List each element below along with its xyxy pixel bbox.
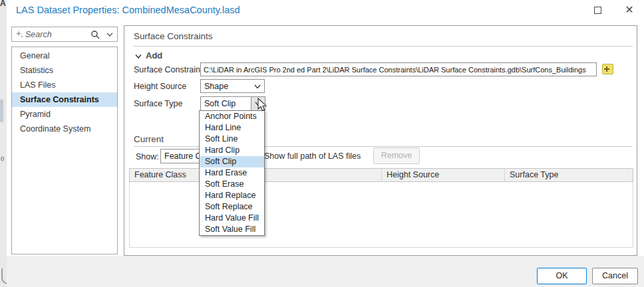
dropdown-option-soft-line[interactable]: Soft Line [200,134,264,145]
ok-button[interactable]: OK [537,268,587,284]
surface-type-dropdown-list: Anchor Points Hard Line Soft Line Hard C… [199,110,265,236]
background-app-sliver: A 0 [0,0,7,287]
sidebar-item-general[interactable]: General [12,48,117,63]
page-title: Surface Constraints [134,31,213,41]
current-section-label: Current [134,134,164,144]
dropdown-option-anchor-points[interactable]: Anchor Points [200,111,264,122]
height-source-value: Shape [204,80,228,92]
column-header-surface-type[interactable]: Surface Type [505,169,633,181]
surface-constraint-label: Surface Constraint [134,65,203,74]
add-data-icon[interactable] [602,64,613,74]
dialog-footer: OK Cancel [7,256,644,287]
sidebar-item-las-files[interactable]: LAS Files [12,78,117,92]
search-icon[interactable] [90,30,100,39]
cancel-button[interactable]: Cancel [592,268,638,284]
surface-type-label: Surface Type [134,99,182,108]
dropdown-option-soft-erase[interactable]: Soft Erase [200,179,264,190]
surface-type-value: Soft Clip [204,97,236,110]
chevron-down-icon [255,102,261,106]
show-label: Show: [136,152,159,161]
dropdown-option-hard-replace[interactable]: Hard Replace [200,190,264,201]
search-box [11,27,118,42]
maximize-icon[interactable] [594,7,601,14]
title-bar: LAS Dataset Properties: CombinedMesaCoun… [7,0,644,21]
dropdown-option-soft-replace[interactable]: Soft Replace [200,201,264,213]
dropdown-option-soft-clip[interactable]: Soft Clip [200,156,264,167]
chevron-down-icon[interactable] [106,32,114,37]
chevron-down-icon [254,84,261,89]
dialog-title: LAS Dataset Properties: CombinedMesaCoun… [16,5,240,15]
chevron-down-icon [135,54,142,59]
background-text-fragment: 0 [1,155,7,163]
las-dataset-properties-dialog: LAS Dataset Properties: CombinedMesaCoun… [7,0,644,287]
sidebar-item-coordinate-system[interactable]: Coordinate System [12,122,117,136]
las-dataset-properties-screen: A 0 LAS Dataset Properties: CombinedMesa… [0,0,644,287]
show-full-path-label[interactable]: Show full path of LAS files [264,151,361,161]
dropdown-option-hard-clip[interactable]: Hard Clip [200,145,264,156]
dropdown-option-hard-erase[interactable]: Hard Erase [200,167,264,179]
sidebar-nav: General Statistics LAS Files Surface Con… [11,47,118,254]
background-text-fragment: A [0,0,7,8]
close-icon[interactable]: ✕ [622,3,637,17]
height-source-select[interactable]: Shape [200,79,265,93]
dropdown-option-soft-value-fill[interactable]: Soft Value Fill [200,224,264,235]
sidebar-item-statistics[interactable]: Statistics [12,63,117,78]
sidebar-item-surface-constraints[interactable]: Surface Constraints [12,92,117,107]
sparkle-icon [15,30,24,39]
column-header-height-source[interactable]: Height Source [382,169,505,181]
search-input[interactable] [25,28,88,41]
add-section-label: Add [146,50,162,60]
sidebar-item-pyramid[interactable]: Pyramid [12,107,117,122]
surface-type-dropdown-button[interactable] [251,97,265,110]
background-fragment [0,100,3,122]
dropdown-option-hard-value-fill[interactable]: Hard Value Fill [200,213,264,224]
surface-type-select[interactable]: Soft Clip [200,96,265,111]
dropdown-option-hard-line[interactable]: Hard Line [200,122,264,134]
divider [134,46,633,47]
remove-button[interactable]: Remove [373,147,420,164]
surface-constraint-input[interactable] [200,62,597,76]
height-source-label: Height Source [134,82,186,91]
